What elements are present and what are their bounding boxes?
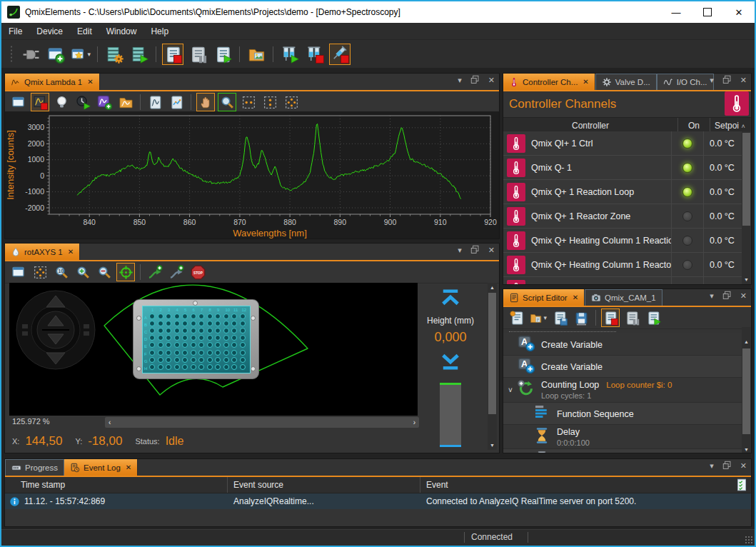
well-D2[interactable]: [158, 335, 163, 341]
well-A3[interactable]: [166, 313, 171, 319]
well-G2[interactable]: [158, 357, 163, 363]
script-item-dose-volume[interactable]: Dose Volume: [503, 449, 742, 453]
well-B3[interactable]: [166, 321, 171, 326]
event-row[interactable]: 11.12. - 15:57:42:869AnalyzeIQRealtime..…: [5, 493, 751, 509]
dropdown-caret-icon[interactable]: ▾: [543, 314, 547, 321]
well-B11[interactable]: [231, 321, 237, 326]
well-C9[interactable]: [215, 328, 221, 333]
on-cell[interactable]: [671, 253, 703, 276]
panel-float-button[interactable]: [470, 75, 480, 86]
well-plate[interactable]: 123456789101112ABCDEFGH: [133, 299, 259, 379]
save-disk-button[interactable]: [572, 308, 590, 327]
tab-qmix-lambda-1[interactable]: Qmix Lambda 1✕: [5, 74, 100, 90]
dosage-stop-button[interactable]: [329, 44, 351, 65]
setpoint-cell[interactable]: 0.0 °C: [703, 253, 742, 276]
minimize-button[interactable]: —: [660, 1, 692, 23]
well-A4[interactable]: [174, 313, 180, 319]
syringes-run-button[interactable]: [279, 44, 301, 65]
well-D6[interactable]: [191, 335, 196, 341]
tab-progress[interactable]: Progress: [5, 459, 64, 476]
well-E7[interactable]: [198, 342, 204, 348]
well-F4[interactable]: [174, 350, 180, 356]
panel-close-button[interactable]: ✕: [488, 76, 495, 85]
script-run-button[interactable]: [644, 308, 662, 327]
tab-i-o-ch[interactable]: I/O Ch...: [657, 74, 714, 90]
tab-script-editor[interactable]: Script Editor✕: [503, 289, 585, 306]
column-event[interactable]: Event: [420, 477, 751, 493]
controller-row[interactable]: Qmix TC 1 Ctrl 10.0 °C: [503, 277, 742, 284]
on-cell[interactable]: [671, 156, 703, 179]
panel-float-button[interactable]: [722, 75, 732, 86]
controller-row[interactable]: Qmix QI+ 1 Ctrl0.0 °C: [503, 131, 742, 156]
well-H2[interactable]: [158, 364, 163, 370]
well-F5[interactable]: [182, 350, 188, 356]
script-run-button[interactable]: [212, 44, 233, 65]
well-G5[interactable]: [182, 357, 188, 363]
tab-event-log[interactable]: Event Log✕: [64, 459, 138, 476]
zoom-fit-button[interactable]: [282, 93, 301, 111]
led-off-indicator[interactable]: [682, 284, 692, 285]
well-E3[interactable]: [166, 342, 171, 348]
stop-sign-button[interactable]: STOP: [188, 263, 207, 281]
panel-menu-button[interactable]: ▾: [710, 291, 714, 301]
setpoint-cell[interactable]: 0.0 °C: [703, 156, 742, 179]
new-script-button[interactable]: [508, 308, 526, 327]
well-D5[interactable]: [182, 335, 188, 341]
menu-item-device[interactable]: Device: [29, 24, 70, 39]
height-slider[interactable]: [440, 383, 461, 447]
well-A5[interactable]: [182, 313, 188, 319]
well-E11[interactable]: [231, 342, 237, 348]
well-D12[interactable]: [240, 335, 246, 341]
menu-item-help[interactable]: Help: [143, 24, 176, 39]
well-E1[interactable]: [149, 342, 155, 348]
well-D1[interactable]: [149, 335, 155, 341]
add-window-button[interactable]: [45, 44, 66, 65]
well-H9[interactable]: [215, 364, 221, 370]
expand-chevron-icon[interactable]: ˅: [503, 386, 518, 394]
well-G11[interactable]: [231, 357, 237, 363]
syringes-stop-button[interactable]: [304, 44, 326, 65]
well-C12[interactable]: [240, 328, 246, 333]
led-on-indicator[interactable]: [682, 139, 692, 149]
move-path2-button[interactable]: [167, 263, 186, 281]
zoom-vertical-button[interactable]: [261, 93, 279, 111]
well-A11[interactable]: [231, 313, 237, 319]
tab-close-icon[interactable]: ✕: [126, 463, 131, 471]
well-C10[interactable]: [223, 328, 229, 333]
well-H6[interactable]: [191, 364, 196, 370]
led-on-indicator[interactable]: [682, 163, 692, 173]
led-off-indicator[interactable]: [682, 260, 692, 270]
controller-row[interactable]: Qmix Q- 10.0 °C: [503, 156, 742, 180]
canvas-h-scrollbar[interactable]: ‹›: [105, 417, 419, 428]
tab-close-icon[interactable]: ✕: [68, 248, 74, 256]
panel-view-button[interactable]: [9, 93, 28, 111]
well-H4[interactable]: [174, 364, 180, 370]
well-E6[interactable]: [191, 342, 196, 348]
setpoint-cell[interactable]: 0.0 °C: [703, 204, 742, 228]
well-G3[interactable]: [166, 357, 171, 363]
setpoint-cell[interactable]: 0.0 °C: [703, 277, 742, 284]
well-B9[interactable]: [215, 321, 221, 326]
event-table-header[interactable]: Time stamp Event source Event: [5, 477, 751, 493]
well-E4[interactable]: [174, 342, 180, 348]
panel-menu-button[interactable]: ▾: [458, 246, 462, 255]
script-item-create-variable[interactable]: ACreate Variable: [503, 356, 742, 378]
controller-v-scrollbar[interactable]: ▼: [742, 131, 751, 284]
column-source[interactable]: Event source: [228, 477, 420, 493]
led-on-indicator[interactable]: [682, 187, 692, 197]
tab-qmix-cam-1[interactable]: Qmix_CAM_1: [585, 289, 662, 306]
menu-item-file[interactable]: File: [1, 24, 29, 39]
zoom-in-button[interactable]: [74, 263, 92, 281]
live-acquire-button[interactable]: [74, 93, 92, 111]
well-H1[interactable]: [149, 364, 155, 370]
pan-button[interactable]: [196, 93, 215, 111]
tab-rotaxys-1[interactable]: rotAXYS 1✕: [5, 244, 80, 260]
process-run-button[interactable]: [128, 44, 150, 65]
image-folder-button[interactable]: [246, 44, 267, 65]
column-timestamp[interactable]: Time stamp: [5, 477, 228, 493]
well-A2[interactable]: [158, 313, 163, 319]
well-E10[interactable]: [223, 342, 229, 348]
script-item-counting-loop[interactable]: ˅Counting LoopLoop cycles: 1Loop counter…: [503, 378, 742, 403]
on-cell[interactable]: [671, 277, 703, 284]
controller-row[interactable]: Qmix Q+ Heating Column 1 Reactor Zone0.0…: [503, 253, 742, 277]
